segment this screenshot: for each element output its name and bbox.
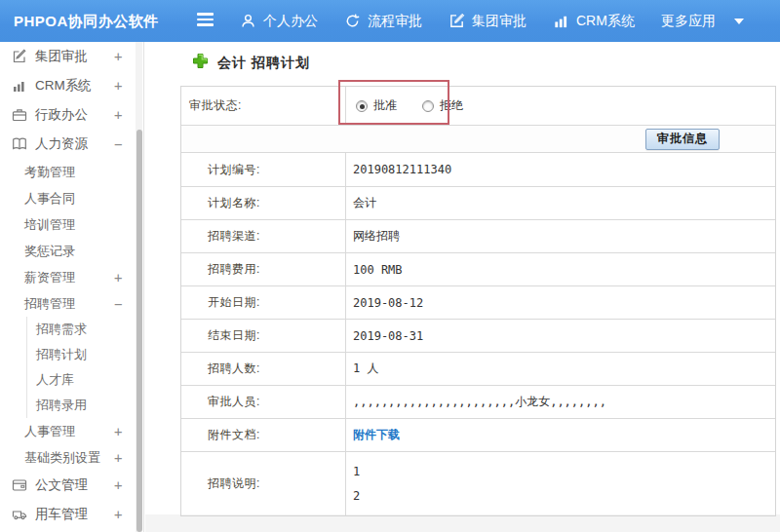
table-row: 审批人员: ,,,,,,,,,,,,,,,,,,,,,,,小龙女,,,,,,,, bbox=[181, 385, 775, 418]
field-label: 招聘渠道: bbox=[181, 220, 346, 252]
table-row: 计划名称: 会计 bbox=[181, 186, 775, 219]
approval-status-row: 审批状态: 批准 拒绝 bbox=[181, 87, 775, 125]
sidebar-item-vehicle-mgmt[interactable]: 用车管理 + bbox=[0, 500, 143, 529]
sidebar-item-recruit-hire[interactable]: 招聘录用 bbox=[27, 393, 143, 418]
bar-chart-icon bbox=[553, 13, 569, 29]
nav-label: CRM系统 bbox=[576, 13, 635, 30]
sidebar-item-talent-pool[interactable]: 人才库 bbox=[27, 367, 143, 393]
menu-toggle-icon[interactable] bbox=[197, 13, 214, 28]
field-value: 2019-08-12 bbox=[346, 286, 775, 319]
nav-more-apps[interactable]: 更多应用 bbox=[661, 13, 744, 30]
sidebar-item-label: 行政办公 bbox=[35, 106, 88, 124]
edit-square-icon bbox=[12, 49, 27, 64]
sidebar-item-label: 人事合同 bbox=[24, 190, 75, 208]
description-line: 2 bbox=[353, 484, 360, 509]
nav-crm[interactable]: CRM系统 bbox=[553, 13, 635, 30]
description-line: 1 bbox=[353, 460, 360, 484]
field-label: 审批状态: bbox=[181, 87, 346, 125]
bar-chart-icon bbox=[12, 78, 27, 94]
sidebar-item-rewards[interactable]: 奖惩记录 bbox=[0, 238, 143, 264]
table-row: 开始日期: 2019-08-12 bbox=[181, 285, 775, 319]
approval-button-row: 审批信息 bbox=[181, 125, 775, 152]
add-icon bbox=[192, 53, 209, 73]
scrollbar-thumb[interactable] bbox=[136, 130, 142, 532]
approval-info-button[interactable]: 审批信息 bbox=[645, 129, 720, 150]
table-row: 招聘费用: 100 RMB bbox=[181, 252, 775, 285]
collapse-icon[interactable]: − bbox=[114, 130, 122, 159]
sidebar-item-admin-office[interactable]: 行政办公 + bbox=[0, 100, 143, 130]
field-value: ,,,,,,,,,,,,,,,,,,,,,,,小龙女,,,,,,,, bbox=[346, 386, 775, 418]
sidebar-item-hr[interactable]: 人力资源 − bbox=[0, 130, 143, 159]
attachment-download-link[interactable]: 附件下载 bbox=[353, 427, 400, 443]
sidebar-item-label: 人才库 bbox=[36, 371, 74, 389]
table-row: 附件文档: 附件下载 bbox=[181, 418, 775, 451]
sidebar-item-attendance[interactable]: 考勤管理 bbox=[0, 159, 143, 185]
radio-approve[interactable] bbox=[356, 100, 368, 112]
expand-icon[interactable]: + bbox=[114, 100, 122, 130]
nav-personal-office[interactable]: 个人办公 bbox=[240, 13, 318, 30]
sidebar-item-crm[interactable]: CRM系统 + bbox=[0, 71, 143, 100]
sidebar-item-hr-contract[interactable]: 人事合同 bbox=[0, 185, 143, 211]
collapse-icon[interactable]: − bbox=[114, 290, 122, 317]
sidebar-item-label: 用车管理 bbox=[35, 506, 88, 523]
briefcase-icon bbox=[12, 107, 27, 123]
recruit-plan-form: 审批状态: 批准 拒绝 审批信息 计划编号: 20190812111340 bbox=[180, 86, 776, 516]
sidebar-item-label: 集团审批 bbox=[35, 48, 88, 65]
sidebar-item-document-mgmt[interactable]: 公文管理 + bbox=[0, 471, 143, 500]
nav-label: 流程审批 bbox=[368, 13, 422, 30]
field-label: 招聘费用: bbox=[181, 253, 346, 285]
sidebar-item-recruit-demand[interactable]: 招聘需求 bbox=[27, 317, 143, 342]
sidebar-item-label: 培训管理 bbox=[24, 216, 75, 234]
expand-icon[interactable]: + bbox=[114, 500, 122, 529]
field-label: 计划名称: bbox=[181, 187, 346, 219]
app-window: PHPOA协同办公软件 个人办公 流程审批 bbox=[0, 0, 780, 532]
sidebar-item-personnel-mgmt[interactable]: 人事管理 + bbox=[0, 418, 143, 444]
sidebar-item-label: 基础类别设置 bbox=[24, 449, 100, 467]
caret-down-icon bbox=[734, 19, 744, 24]
nav-label: 集团审批 bbox=[472, 13, 526, 30]
field-label: 审批人员: bbox=[181, 386, 346, 418]
sidebar-item-label: 人力资源 bbox=[35, 135, 88, 153]
book-icon bbox=[12, 136, 27, 152]
top-navigation: 个人办公 流程审批 集团审批 bbox=[240, 0, 744, 42]
sidebar-scrollbar[interactable] bbox=[136, 42, 142, 532]
radio-reject-label: 拒绝 bbox=[440, 97, 463, 114]
nav-group-approval[interactable]: 集团审批 bbox=[448, 13, 526, 30]
sidebar-item-group-approval[interactable]: 集团审批 + bbox=[0, 42, 143, 71]
car-icon bbox=[12, 507, 27, 522]
field-label: 招聘说明: bbox=[181, 452, 346, 515]
field-value: 1 人 bbox=[346, 353, 775, 385]
sidebar-item-training[interactable]: 培训管理 bbox=[0, 211, 143, 238]
expand-icon[interactable]: + bbox=[114, 42, 122, 71]
sidebar-item-label: 考勤管理 bbox=[24, 164, 75, 181]
nav-workflow-approval[interactable]: 流程审批 bbox=[344, 13, 422, 30]
field-value: 网络招聘 bbox=[346, 220, 775, 252]
page-title-text: 会计 招聘计划 bbox=[217, 55, 310, 72]
table-row: 招聘说明: 1 2 bbox=[181, 451, 775, 515]
radio-reject[interactable] bbox=[422, 100, 434, 112]
expand-icon[interactable]: + bbox=[114, 471, 122, 500]
sidebar: 集团审批 + CRM系统 + 行政办公 + bbox=[0, 42, 144, 532]
sidebar-item-recruit-plan[interactable]: 招聘计划 bbox=[27, 342, 143, 367]
nav-label: 更多应用 bbox=[661, 13, 716, 30]
sidebar-item-base-category[interactable]: 基础类别设置 + bbox=[0, 444, 143, 471]
field-value: 20190812111340 bbox=[346, 153, 775, 186]
expand-icon[interactable]: + bbox=[114, 444, 122, 471]
sidebar-item-salary[interactable]: 薪资管理 + bbox=[0, 264, 143, 290]
recruit-submenu: 招聘需求 招聘计划 人才库 招聘录用 bbox=[26, 317, 143, 418]
field-value: 100 RMB bbox=[346, 253, 775, 285]
expand-icon[interactable]: + bbox=[114, 71, 122, 100]
table-row: 招聘人数: 1 人 bbox=[181, 352, 775, 385]
user-icon bbox=[240, 13, 256, 29]
sidebar-item-label: 薪资管理 bbox=[24, 269, 75, 286]
sidebar-item-label: 奖惩记录 bbox=[24, 243, 75, 260]
sidebar-item-label: 招聘需求 bbox=[36, 321, 87, 338]
field-label: 计划编号: bbox=[181, 153, 346, 186]
expand-icon[interactable]: + bbox=[114, 418, 122, 444]
sidebar-item-label: 人事管理 bbox=[24, 423, 75, 440]
table-row: 计划编号: 20190812111340 bbox=[181, 152, 775, 186]
sidebar-item-recruit-mgmt[interactable]: 招聘管理 − bbox=[0, 290, 143, 317]
field-label: 结束日期: bbox=[181, 320, 346, 352]
expand-icon[interactable]: + bbox=[114, 264, 122, 290]
app-logo: PHPOA协同办公软件 bbox=[14, 0, 159, 42]
